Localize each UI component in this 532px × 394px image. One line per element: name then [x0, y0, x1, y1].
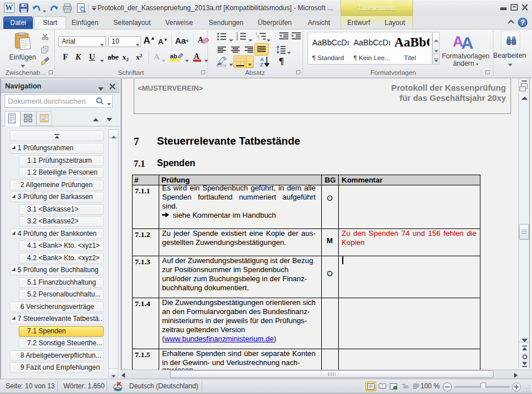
- svg-text:ab: ab: [170, 53, 177, 60]
- svg-text:3: 3: [236, 37, 238, 41]
- svg-text:A: A: [461, 33, 474, 50]
- svg-text:Z: Z: [260, 61, 263, 67]
- svg-text:A: A: [194, 52, 200, 61]
- svg-text:i: i: [259, 37, 259, 41]
